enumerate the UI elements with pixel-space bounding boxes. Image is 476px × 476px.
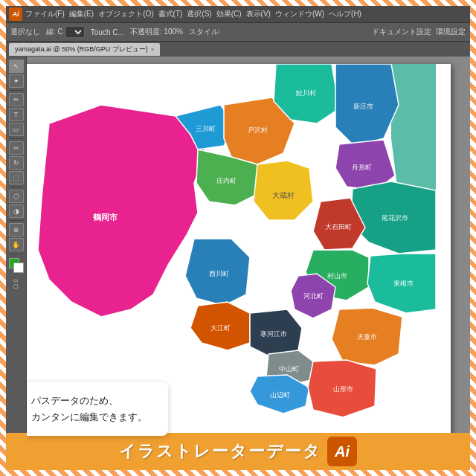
tab-bar: yamagata.ai @ 50% (RGB/GPU プレビュー) ×: [6, 42, 470, 57]
svg-text:舟形町: 舟形町: [352, 164, 372, 171]
touch-label: Touch C...: [91, 28, 124, 36]
menu-edit[interactable]: 編集(E): [69, 9, 94, 19]
select-tool[interactable]: ↖: [9, 60, 24, 73]
doc-settings-button[interactable]: ドキュメント設定: [372, 27, 431, 37]
svg-text:大蔵村: 大蔵村: [272, 191, 295, 199]
bubble-text: パスデータのため、 カンタンに編集できます。: [31, 393, 156, 425]
svg-text:東根市: 東根市: [393, 280, 414, 287]
svg-text:西川町: 西川町: [209, 270, 229, 277]
svg-text:戸沢村: 戸沢村: [248, 126, 268, 134]
app-logo-icon: Ai: [9, 7, 22, 21]
opacity-label: 不透明度: 100%: [130, 27, 183, 37]
direct-select-tool[interactable]: ✦: [9, 74, 24, 88]
inner-container: Ai ファイル(F) 編集(E) オブジェクト(O) 書式(T) 選択(S) 効…: [6, 6, 470, 470]
bottom-bar: イラストレーターデータ Ai: [6, 433, 470, 470]
style-label: スタイル:: [189, 27, 221, 37]
stroke-item: 線: C: [46, 26, 85, 38]
svg-text:天童市: 天童市: [357, 333, 377, 341]
menu-file[interactable]: ファイル(F): [25, 9, 65, 19]
toolbar: 選択なし 線: C Touch C... 不透明度: 100% スタイル: ドキ…: [6, 22, 470, 42]
svg-text:大石田町: 大石田町: [325, 223, 352, 231]
select-label: 選択なし: [10, 27, 40, 37]
canvas: 鶴岡市 三川町 戸沢村 鮭川村 新庄市: [27, 64, 451, 451]
zoom-tool[interactable]: ⊕: [9, 223, 24, 237]
svg-text:三川町: 三川町: [196, 125, 216, 132]
select-tool-item: 選択なし: [10, 27, 40, 37]
opacity-item: 不透明度: 100%: [130, 27, 183, 37]
fill-stroke-label: ▭▢: [13, 277, 19, 289]
text-bubble: パスデータのため、 カンタンに編集できます。: [27, 382, 168, 436]
menu-select[interactable]: 選択(S): [187, 9, 211, 19]
menu-format[interactable]: 書式(T): [158, 9, 183, 19]
svg-text:山形市: 山形市: [333, 385, 353, 393]
svg-text:新庄市: 新庄市: [353, 103, 373, 110]
rect-tool[interactable]: ▭: [9, 123, 24, 136]
svg-text:鮭川村: 鮭川村: [296, 89, 316, 97]
touch-item: Touch C...: [91, 28, 124, 36]
tool-sep-5: [10, 254, 23, 254]
tool-sep-3: [10, 187, 23, 187]
stroke-select[interactable]: [65, 26, 85, 38]
tool-sep-1: [10, 90, 23, 91]
outer-border: Ai ファイル(F) 編集(E) オブジェクト(O) 書式(T) 選択(S) 効…: [0, 0, 476, 476]
menu-object[interactable]: オブジェクト(O): [98, 9, 153, 19]
bottom-title: イラストレーターデータ: [119, 440, 321, 463]
style-item: スタイル:: [189, 27, 221, 37]
canvas-area[interactable]: 鶴岡市 三川町 戸沢村 鮭川村 新庄市: [27, 57, 470, 470]
svg-text:村山市: 村山市: [327, 272, 347, 280]
svg-text:鶴岡市: 鶴岡市: [92, 213, 118, 222]
tool-sep-2: [10, 138, 23, 139]
rotate-tool[interactable]: ↻: [9, 156, 24, 170]
menu-view[interactable]: 表示(V): [246, 9, 271, 19]
tool-sep-4: [10, 220, 23, 221]
scale-tool[interactable]: ⬚: [9, 171, 24, 184]
svg-text:河北町: 河北町: [303, 292, 324, 300]
svg-text:大江町: 大江町: [210, 324, 231, 332]
document-tab[interactable]: yamagata.ai @ 50% (RGB/GPU プレビュー) ×: [9, 43, 160, 56]
app-bar: Ai ファイル(F) 編集(E) オブジェクト(O) 書式(T) 選択(S) 効…: [6, 6, 470, 22]
color-swatch-area[interactable]: [9, 258, 24, 276]
scissors-tool[interactable]: ✂: [9, 141, 24, 155]
svg-text:山辺町: 山辺町: [270, 391, 290, 399]
pen-tool[interactable]: ✏: [9, 93, 24, 106]
menu-help[interactable]: ヘルプ(H): [329, 9, 361, 19]
env-settings-button[interactable]: 環境設定: [436, 27, 466, 37]
menu-effect[interactable]: 効果(C): [216, 9, 242, 19]
text-tool[interactable]: T: [9, 108, 24, 121]
gradient-tool[interactable]: ◑: [9, 205, 24, 218]
menu-bar[interactable]: ファイル(F) 編集(E) オブジェクト(O) 書式(T) 選択(S) 効果(C…: [25, 9, 361, 19]
stroke-label: 線: C: [46, 27, 63, 37]
toolbox: ↖ ✦ ✏ T ▭ ✂ ↻ ⬚ ⬡ ◑ ⊕ ✋: [6, 57, 27, 470]
workspace: ↖ ✦ ✏ T ▭ ✂ ↻ ⬚ ⬡ ◑ ⊕ ✋: [6, 57, 470, 470]
hand-tool[interactable]: ✋: [9, 238, 24, 251]
blend-tool[interactable]: ⬡: [9, 190, 24, 203]
tab-close-button[interactable]: ×: [151, 46, 155, 53]
background-swatch[interactable]: [13, 263, 24, 273]
right-toolbar: ドキュメント設定 環境設定: [372, 27, 466, 37]
svg-text:寒河江市: 寒河江市: [260, 330, 287, 338]
ai-badge-icon: Ai: [327, 437, 357, 466]
svg-text:尾花沢市: 尾花沢市: [382, 214, 408, 222]
menu-window[interactable]: ウィンドウ(W): [275, 9, 324, 19]
tab-label: yamagata.ai @ 50% (RGB/GPU プレビュー): [15, 45, 148, 54]
svg-text:中山町: 中山町: [279, 365, 299, 373]
svg-text:庄内町: 庄内町: [216, 177, 237, 184]
